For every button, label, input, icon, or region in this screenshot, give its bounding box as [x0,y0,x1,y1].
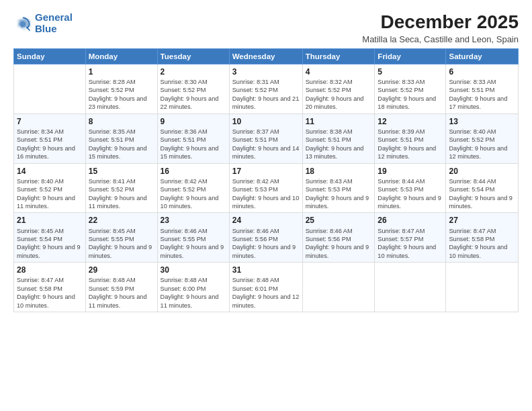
day-detail: Sunrise: 8:38 AMSunset: 5:51 PMDaylight:… [306,128,372,161]
calendar-cell: 3Sunrise: 8:31 AMSunset: 5:52 PMDaylight… [229,64,302,113]
calendar-cell: 30Sunrise: 8:48 AMSunset: 6:00 PMDayligh… [157,263,229,312]
calendar-cell: 6Sunrise: 8:33 AMSunset: 5:51 PMDaylight… [446,64,519,113]
day-number: 29 [89,265,154,275]
day-number: 7 [17,116,83,127]
calendar-cell: 21Sunrise: 8:45 AMSunset: 5:54 PMDayligh… [14,213,86,263]
day-detail: Sunrise: 8:33 AMSunset: 5:51 PMDaylight:… [449,78,515,111]
calendar-cell: 1Sunrise: 8:28 AMSunset: 5:52 PMDaylight… [85,64,157,113]
day-detail: Sunrise: 8:32 AMSunset: 5:52 PMDaylight:… [306,78,372,111]
calendar-cell: 16Sunrise: 8:42 AMSunset: 5:52 PMDayligh… [157,163,229,213]
day-number: 1 [89,66,154,77]
calendar-cell: 11Sunrise: 8:38 AMSunset: 5:51 PMDayligh… [302,113,375,163]
day-detail: Sunrise: 8:43 AMSunset: 5:53 PMDaylight:… [306,177,372,211]
main-title: December 2025 [362,12,519,33]
calendar-cell: 12Sunrise: 8:39 AMSunset: 5:51 PMDayligh… [375,113,446,163]
calendar-cell: 18Sunrise: 8:43 AMSunset: 5:53 PMDayligh… [302,163,375,213]
day-number: 9 [161,116,226,127]
day-number: 15 [89,166,154,177]
day-number: 4 [306,66,372,77]
day-number: 21 [17,215,83,226]
day-detail: Sunrise: 8:48 AMSunset: 5:59 PMDaylight:… [89,276,154,310]
week-row-3: 14Sunrise: 8:40 AMSunset: 5:52 PMDayligh… [14,163,519,213]
col-friday: Friday [375,48,446,64]
day-number: 2 [161,66,226,77]
day-detail: Sunrise: 8:46 AMSunset: 5:55 PMDaylight:… [161,227,226,261]
day-detail: Sunrise: 8:40 AMSunset: 5:52 PMDaylight:… [449,128,515,161]
day-detail: Sunrise: 8:46 AMSunset: 5:56 PMDaylight:… [306,227,372,261]
day-number: 19 [378,166,443,177]
calendar-cell [375,263,446,312]
logo: General Blue [13,12,73,34]
calendar-cell: 31Sunrise: 8:48 AMSunset: 6:01 PMDayligh… [229,263,302,312]
day-number: 8 [89,116,154,127]
day-number: 28 [17,265,83,275]
logo-icon [13,14,32,33]
calendar-header-row: Sunday Monday Tuesday Wednesday Thursday… [14,48,519,64]
day-detail: Sunrise: 8:31 AMSunset: 5:52 PMDaylight:… [232,78,300,111]
day-number: 6 [449,66,515,77]
day-detail: Sunrise: 8:44 AMSunset: 5:53 PMDaylight:… [378,177,443,211]
day-detail: Sunrise: 8:46 AMSunset: 5:56 PMDaylight:… [232,227,300,261]
day-detail: Sunrise: 8:45 AMSunset: 5:55 PMDaylight:… [89,227,154,261]
calendar-cell [446,263,519,312]
day-number: 5 [378,66,443,77]
col-sunday: Sunday [14,48,86,64]
day-number: 31 [232,265,300,275]
calendar-cell: 7Sunrise: 8:34 AMSunset: 5:51 PMDaylight… [14,113,86,163]
calendar-cell: 14Sunrise: 8:40 AMSunset: 5:52 PMDayligh… [14,163,86,213]
col-saturday: Saturday [446,48,519,64]
calendar-cell: 15Sunrise: 8:41 AMSunset: 5:52 PMDayligh… [85,163,157,213]
calendar-cell: 25Sunrise: 8:46 AMSunset: 5:56 PMDayligh… [302,213,375,263]
calendar-cell: 2Sunrise: 8:30 AMSunset: 5:52 PMDaylight… [157,64,229,113]
col-thursday: Thursday [302,48,375,64]
calendar-cell: 8Sunrise: 8:35 AMSunset: 5:51 PMDaylight… [85,113,157,163]
day-number: 25 [306,215,372,226]
day-number: 30 [161,265,226,275]
day-detail: Sunrise: 8:47 AMSunset: 5:58 PMDaylight:… [17,276,83,310]
day-number: 26 [378,215,443,226]
day-detail: Sunrise: 8:28 AMSunset: 5:52 PMDaylight:… [89,78,154,111]
title-area: December 2025 Matilla la Seca, Castille … [362,12,519,44]
calendar-cell: 26Sunrise: 8:47 AMSunset: 5:57 PMDayligh… [375,213,446,263]
day-number: 3 [232,66,300,77]
logo-text: General Blue [35,12,73,34]
calendar-cell: 28Sunrise: 8:47 AMSunset: 5:58 PMDayligh… [14,263,86,312]
col-tuesday: Tuesday [157,48,229,64]
day-detail: Sunrise: 8:39 AMSunset: 5:51 PMDaylight:… [378,128,443,161]
calendar-cell: 9Sunrise: 8:36 AMSunset: 5:51 PMDaylight… [157,113,229,163]
calendar-cell: 20Sunrise: 8:44 AMSunset: 5:54 PMDayligh… [446,163,519,213]
subtitle: Matilla la Seca, Castille and Leon, Spai… [362,34,519,44]
calendar-cell: 4Sunrise: 8:32 AMSunset: 5:52 PMDaylight… [302,64,375,113]
calendar-cell [14,64,86,113]
day-number: 11 [306,116,372,127]
calendar-cell: 19Sunrise: 8:44 AMSunset: 5:53 PMDayligh… [375,163,446,213]
day-detail: Sunrise: 8:35 AMSunset: 5:51 PMDaylight:… [89,128,154,161]
calendar-cell: 17Sunrise: 8:42 AMSunset: 5:53 PMDayligh… [229,163,302,213]
day-detail: Sunrise: 8:45 AMSunset: 5:54 PMDaylight:… [17,227,83,261]
calendar-cell: 22Sunrise: 8:45 AMSunset: 5:55 PMDayligh… [85,213,157,263]
day-detail: Sunrise: 8:47 AMSunset: 5:58 PMDaylight:… [449,227,515,261]
day-detail: Sunrise: 8:48 AMSunset: 6:01 PMDaylight:… [232,276,300,310]
day-number: 27 [449,215,515,226]
day-detail: Sunrise: 8:30 AMSunset: 5:52 PMDaylight:… [161,78,226,111]
day-number: 13 [449,116,515,127]
calendar-cell: 10Sunrise: 8:37 AMSunset: 5:51 PMDayligh… [229,113,302,163]
day-detail: Sunrise: 8:42 AMSunset: 5:53 PMDaylight:… [232,177,300,211]
day-detail: Sunrise: 8:33 AMSunset: 5:52 PMDaylight:… [378,78,443,111]
day-number: 10 [232,116,300,127]
day-detail: Sunrise: 8:36 AMSunset: 5:51 PMDaylight:… [161,128,226,161]
day-number: 16 [161,166,226,177]
day-detail: Sunrise: 8:41 AMSunset: 5:52 PMDaylight:… [89,177,154,211]
calendar-table: Sunday Monday Tuesday Wednesday Thursday… [13,48,519,312]
header: General Blue December 2025 Matilla la Se… [13,12,519,44]
day-detail: Sunrise: 8:42 AMSunset: 5:52 PMDaylight:… [161,177,226,211]
calendar-cell: 13Sunrise: 8:40 AMSunset: 5:52 PMDayligh… [446,113,519,163]
day-number: 12 [378,116,443,127]
day-number: 24 [232,215,300,226]
week-row-5: 28Sunrise: 8:47 AMSunset: 5:58 PMDayligh… [14,263,519,312]
day-detail: Sunrise: 8:48 AMSunset: 6:00 PMDaylight:… [161,276,226,310]
day-detail: Sunrise: 8:47 AMSunset: 5:57 PMDaylight:… [378,227,443,261]
svg-point-2 [20,21,26,27]
calendar-cell: 5Sunrise: 8:33 AMSunset: 5:52 PMDaylight… [375,64,446,113]
calendar-cell [302,263,375,312]
